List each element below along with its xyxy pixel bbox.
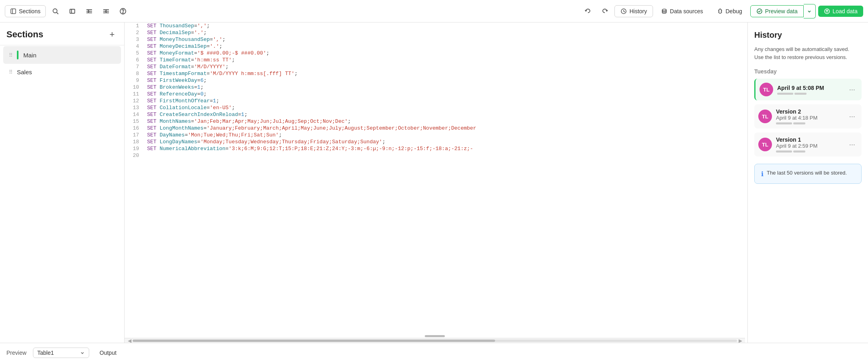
history-entry-current[interactable]: TL April 9 at 5:08 PM ··· <box>754 79 862 100</box>
history-subtitle-line1: Any changes will be automatically saved. <box>754 46 849 52</box>
history-menu-v2[interactable]: ··· <box>847 112 858 122</box>
redo-button[interactable] <box>598 4 612 18</box>
sidebar: Sections + ⠿ Main 🗑 ⠿ Sales <box>0 22 125 343</box>
resize-handle-bottom[interactable] <box>425 335 445 337</box>
data-sources-button[interactable]: Data sources <box>655 6 708 17</box>
scroll-left-arrow[interactable]: ◀ <box>126 338 133 343</box>
line-code-12[interactable]: SET FirstMonthOfYear=1; <box>144 98 745 104</box>
line-code-5[interactable]: SET MoneyFormat='$ ###0.00;-$ ###0.00'; <box>144 50 745 57</box>
line-code-1[interactable]: SET ThousandSep=','; <box>144 22 745 29</box>
preview-icon <box>756 8 763 14</box>
sidebar-title: Sections <box>6 29 43 40</box>
line-number-8: 8 <box>125 70 144 77</box>
line-code-6[interactable]: SET TimeFormat='h:mm:ss TT'; <box>144 57 745 63</box>
line-number-10: 10 <box>125 84 144 91</box>
panel-resize-handle[interactable] <box>745 22 747 343</box>
sections-toggle-button[interactable]: Sections <box>5 5 46 17</box>
line-code-18[interactable]: SET LongDayNames='Monday;Tuesday;Wednesd… <box>144 138 745 145</box>
line-code-10[interactable]: SET BrokenWeeks=1; <box>144 84 745 91</box>
code-line-11: 11SET ReferenceDay=0; <box>125 91 745 98</box>
undo-button[interactable] <box>581 4 595 18</box>
line-number-18: 18 <box>125 138 144 145</box>
format-icon <box>69 8 76 15</box>
line-code-3[interactable]: SET MoneyThousandSep=','; <box>144 36 745 43</box>
history-entry-v2[interactable]: TL Version 2 April 9 at 4:18 PM ··· <box>754 104 862 128</box>
redo-icon <box>601 8 608 15</box>
line-code-16[interactable]: SET LongMonthNames='January;February;Mar… <box>144 125 745 132</box>
sidebar-item-main[interactable]: ⠿ Main 🗑 <box>3 46 121 64</box>
code-line-12: 12SET FirstMonthOfYear=1; <box>125 98 745 104</box>
indent-right-button[interactable] <box>82 4 96 18</box>
history-version-time-v1: April 9 at 2:59 PM <box>776 143 843 149</box>
line-number-15: 15 <box>125 118 144 125</box>
line-code-8[interactable]: SET TimestampFormat='M/D/YYYY h:mm:ss[.f… <box>144 70 745 77</box>
history-entry-v1[interactable]: TL Version 1 April 9 at 2:59 PM ··· <box>754 132 862 157</box>
preview-label: Preview <box>6 350 27 356</box>
code-line-7: 7SET DateFormat='M/D/YYYY'; <box>125 63 745 70</box>
history-version-label-v2: Version 2 <box>776 108 843 115</box>
load-data-label: Load data <box>833 8 858 14</box>
avatar-current: TL <box>760 83 773 96</box>
line-code-14[interactable]: SET CreateSearchIndexOnReload=1; <box>144 111 745 118</box>
search-button[interactable] <box>48 4 63 18</box>
code-line-17: 17SET DayNames='Mon;Tue;Wed;Thu;Fri;Sat;… <box>125 132 745 138</box>
line-code-7[interactable]: SET DateFormat='M/D/YYYY'; <box>144 63 745 70</box>
toolbar: Sections <box>0 0 868 22</box>
preview-dropdown-button[interactable] <box>804 4 816 18</box>
svg-point-13 <box>123 12 123 13</box>
history-title: History <box>754 31 862 40</box>
add-section-button[interactable]: + <box>106 29 118 40</box>
format-button[interactable] <box>65 4 80 18</box>
sidebar-item-sales[interactable]: ⠿ Sales <box>3 65 121 79</box>
load-data-button[interactable]: Load data <box>818 6 863 17</box>
preview-data-button[interactable]: Preview data <box>750 5 804 17</box>
history-menu-v1[interactable]: ··· <box>847 140 858 150</box>
line-code-19[interactable]: SET NumericalAbbreviation='3:k;6:M;9:G;1… <box>144 145 745 152</box>
indent-left-button[interactable] <box>99 4 113 18</box>
line-code-9[interactable]: SET FirstWeekDay=6; <box>144 77 745 84</box>
line-code-20[interactable] <box>144 152 745 159</box>
code-line-20: 20 <box>125 152 745 159</box>
history-button[interactable]: History <box>614 5 653 17</box>
code-line-2: 2SET DecimalSep='.'; <box>125 29 745 36</box>
avatar-v1: TL <box>758 138 772 151</box>
line-code-4[interactable]: SET MoneyDecimalSep='.'; <box>144 43 745 50</box>
debug-icon <box>717 8 723 14</box>
debug-label: Debug <box>726 8 742 14</box>
data-sources-label: Data sources <box>670 8 703 14</box>
history-bar-v2 <box>776 122 843 124</box>
data-sources-icon <box>661 8 667 14</box>
code-line-4: 4SET MoneyDecimalSep='.'; <box>125 43 745 50</box>
svg-rect-4 <box>70 9 75 13</box>
code-editor[interactable]: 1SET ThousandSep=',';2SET DecimalSep='.'… <box>125 22 745 338</box>
scrollbar-thumb[interactable] <box>133 340 495 342</box>
code-table: 1SET ThousandSep=',';2SET DecimalSep='.'… <box>125 22 745 159</box>
line-number-14: 14 <box>125 111 144 118</box>
help-button[interactable] <box>116 4 130 18</box>
history-icon <box>620 8 627 14</box>
line-code-2[interactable]: SET DecimalSep='.'; <box>144 29 745 36</box>
code-line-14: 14SET CreateSearchIndexOnReload=1; <box>125 111 745 118</box>
history-time-current: April 9 at 5:08 PM <box>777 85 843 91</box>
history-menu-current[interactable]: ··· <box>847 85 858 95</box>
history-info-current: April 9 at 5:08 PM <box>777 85 843 95</box>
line-code-15[interactable]: SET MonthNames='Jan;Feb;Mar;Apr;May;Jun;… <box>144 118 745 125</box>
line-number-16: 16 <box>125 125 144 132</box>
code-line-16: 16SET LongMonthNames='January;February;M… <box>125 125 745 132</box>
horizontal-scrollbar[interactable]: ◀ ▶ <box>125 338 745 343</box>
code-line-15: 15SET MonthNames='Jan;Feb;Mar;Apr;May;Ju… <box>125 118 745 125</box>
debug-button[interactable]: Debug <box>711 6 748 17</box>
code-line-6: 6SET TimeFormat='h:mm:ss TT'; <box>125 57 745 63</box>
code-line-8: 8SET TimestampFormat='M/D/YYYY h:mm:ss[.… <box>125 70 745 77</box>
output-button[interactable]: Output <box>96 347 121 358</box>
svg-line-3 <box>57 12 58 14</box>
code-line-19: 19SET NumericalAbbreviation='3:k;6:M;9:G… <box>125 145 745 152</box>
sidebar-icon <box>10 8 16 14</box>
line-code-17[interactable]: SET DayNames='Mon;Tue;Wed;Thu;Fri;Sat;Su… <box>144 132 745 138</box>
table-select[interactable]: Table1 <box>33 348 89 358</box>
history-notice-text: The last 50 versions will be stored. <box>767 170 847 176</box>
line-code-11[interactable]: SET ReferenceDay=0; <box>144 91 745 98</box>
line-code-13[interactable]: SET CollationLocale='en-US'; <box>144 104 745 111</box>
scroll-right-arrow[interactable]: ▶ <box>737 338 743 343</box>
bottom-bar: Preview Table1 Output <box>0 343 868 362</box>
